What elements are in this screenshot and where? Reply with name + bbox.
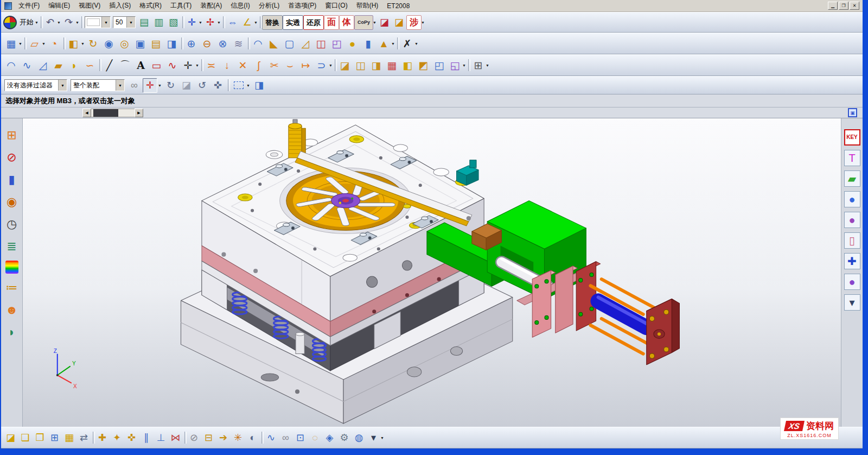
assembly-navigator-icon[interactable]: ⊞ xyxy=(3,127,21,143)
through-curves-icon[interactable]: ◠ xyxy=(3,58,19,73)
n-sided-surface-icon[interactable]: ◿ xyxy=(35,58,50,73)
prompt-scroll-track[interactable] xyxy=(91,109,135,117)
extract-geometry-icon[interactable]: ◰ xyxy=(431,58,447,73)
split-body-icon[interactable]: ◰ xyxy=(329,36,344,52)
line-icon[interactable]: ╱ xyxy=(101,58,117,73)
wave-component-icon[interactable]: ✦ xyxy=(110,431,124,445)
redo-icon[interactable]: ↷ xyxy=(61,15,76,30)
start-dropdown[interactable]: ▼ xyxy=(34,21,39,24)
display-mode-combo[interactable]: ▼ xyxy=(85,16,111,28)
part-navigator-icon[interactable]: ▮ xyxy=(3,172,21,188)
mirror-feature-icon[interactable]: ◨ xyxy=(368,58,384,73)
tooling-navigator-icon[interactable]: T xyxy=(844,150,860,166)
offset-curve-icon[interactable]: ≍ xyxy=(203,58,219,73)
replace-component-icon[interactable]: ⇄ xyxy=(76,431,91,445)
menu-edit[interactable]: 编辑(E) xyxy=(44,0,74,11)
nx-logo-icon[interactable] xyxy=(3,16,17,29)
wcs-orient-icon[interactable]: ✢ xyxy=(203,15,218,30)
selection-scope-combo[interactable]: 整个装配 ▼ xyxy=(71,79,125,91)
hole-icon[interactable]: ◉ xyxy=(101,36,117,52)
pattern-geometry-icon[interactable]: ▦ xyxy=(384,58,400,73)
involve-button-dropdown[interactable]: ▼ xyxy=(420,21,425,24)
prompt-scrollbar[interactable]: ◀ ▶ xyxy=(82,109,143,117)
face-button[interactable]: 面 xyxy=(324,15,339,30)
layer-settings-icon[interactable]: ▤ xyxy=(137,15,151,30)
reference-sets-icon[interactable]: ⊡ xyxy=(293,431,308,445)
delete-face-icon-dropdown[interactable]: ▼ xyxy=(414,42,419,46)
assembly-info-icon[interactable]: ◍ xyxy=(352,431,366,445)
swept-surface-icon[interactable]: ∿ xyxy=(19,58,35,73)
datum-plane-icon[interactable]: ▱ xyxy=(27,36,42,52)
resource-bar-top-icon[interactable]: ▣ xyxy=(848,108,857,117)
wave-geometry-linker-icon[interactable]: ∿ xyxy=(264,431,278,445)
measure-distance-icon[interactable]: ⇔ xyxy=(225,15,240,30)
translucent-button[interactable]: 实透 xyxy=(283,15,303,30)
viewport-canvas[interactable]: Z Y X xyxy=(23,118,841,427)
scale-body-icon[interactable]: ◧ xyxy=(400,58,416,73)
sew-icon[interactable]: ≋ xyxy=(231,36,246,52)
rotate-view-icon[interactable]: ↺ xyxy=(195,78,209,93)
datum-plus-icon[interactable]: ✚ xyxy=(844,253,860,269)
curve-length-icon[interactable]: ↦ xyxy=(298,58,314,73)
assembly-sequence-icon[interactable]: ➔ xyxy=(216,431,231,445)
minimize-button[interactable]: ▁ xyxy=(828,2,838,10)
intersect-icon[interactable]: ⊗ xyxy=(215,36,231,52)
visualization-icon[interactable] xyxy=(5,261,18,274)
move-component-icon[interactable]: ✜ xyxy=(124,431,139,445)
menu-file[interactable]: 文件(F) xyxy=(14,0,44,11)
mirror-assembly-icon[interactable]: ⋈ xyxy=(168,431,183,445)
offset-face-icon[interactable]: ◩ xyxy=(416,58,431,73)
system-materials-icon[interactable]: ≣ xyxy=(3,238,21,255)
more-commands-icon-dropdown[interactable]: ▼ xyxy=(380,436,385,440)
rectangle-select-icon[interactable] xyxy=(231,78,246,93)
gear-pair-icon[interactable]: ⚙ xyxy=(337,431,352,445)
interpart-links-icon[interactable]: ∞ xyxy=(278,431,293,445)
sketch-icon[interactable]: ▦ xyxy=(3,36,19,52)
suppress-component-icon[interactable]: ⊘ xyxy=(187,431,201,445)
copy-face-button-dropdown[interactable]: ▼ xyxy=(372,21,377,24)
teal-clamp-block[interactable] xyxy=(457,160,478,185)
orbit-view-icon[interactable]: ↻ xyxy=(163,78,178,93)
wcs-dynamics-icon[interactable]: ✛ xyxy=(184,15,199,30)
component-array-icon[interactable]: ▦ xyxy=(62,431,76,445)
support-pillar[interactable] xyxy=(296,334,304,353)
copy-face-button[interactable]: CoPy xyxy=(354,15,373,30)
touch-mode-icon[interactable]: ◗ xyxy=(3,324,21,340)
menu-insert[interactable]: 插入(S) xyxy=(105,0,135,11)
selection-filter-combo[interactable]: 没有选择过滤器 ▼ xyxy=(4,79,67,91)
start-button[interactable]: 开始 xyxy=(18,17,35,27)
measure-angle-icon[interactable]: ∠ xyxy=(240,15,254,30)
menu-et2008[interactable]: ET2008 xyxy=(382,1,414,11)
selection-filter-arrow[interactable]: ▼ xyxy=(58,80,67,91)
cylinder-tool-icon[interactable]: ▯ xyxy=(844,232,860,249)
chamfer-icon[interactable]: ◣ xyxy=(266,36,282,52)
pattern-component-icon[interactable]: ⊞ xyxy=(47,431,62,445)
orient-view-cube-icon[interactable]: ◨ xyxy=(252,78,266,93)
studio-spline-icon[interactable]: ∿ xyxy=(164,58,180,73)
dome-icon[interactable]: ◗ xyxy=(66,58,82,73)
prompt-scroll-right-icon[interactable]: ▶ xyxy=(135,109,143,117)
subtract-icon[interactable]: ⊖ xyxy=(199,36,215,52)
reuse-library-icon[interactable]: ◉ xyxy=(3,194,21,210)
tube-icon-dropdown[interactable]: ▼ xyxy=(328,64,333,67)
cylinder-body[interactable] xyxy=(598,301,647,328)
resource-scroll-down-icon[interactable]: ▾ xyxy=(844,294,860,311)
pattern-face-icon[interactable]: ◫ xyxy=(353,58,368,73)
pocket-icon[interactable]: ▣ xyxy=(132,36,148,52)
shaded-block-icon[interactable]: ◪ xyxy=(179,78,194,93)
history-icon[interactable]: ◷ xyxy=(3,216,21,232)
graphics-window[interactable]: Z Y X xyxy=(23,118,841,427)
mate-constraint-icon[interactable]: ⊥ xyxy=(154,431,168,445)
emboss-icon[interactable]: ◨ xyxy=(164,36,180,52)
create-new-icon[interactable]: ✚ xyxy=(95,431,110,445)
pattern-ball-icon[interactable]: ● xyxy=(844,212,860,228)
more-commands-icon[interactable]: ▾ xyxy=(366,431,381,445)
palette-icon[interactable]: ≔ xyxy=(3,280,21,296)
rectangle-select-icon-dropdown[interactable]: ▼ xyxy=(246,84,251,87)
snap-point-icon-dropdown[interactable]: ▼ xyxy=(157,84,162,87)
more-surface-icon[interactable]: ⊞ xyxy=(470,58,486,73)
bridge-curve-icon[interactable]: ⌣ xyxy=(282,58,298,73)
pan-view-icon[interactable]: ✜ xyxy=(210,78,225,93)
clearance-analysis-icon[interactable]: ◈ xyxy=(322,431,337,445)
extrude-icon-dropdown[interactable]: ▼ xyxy=(80,42,85,46)
